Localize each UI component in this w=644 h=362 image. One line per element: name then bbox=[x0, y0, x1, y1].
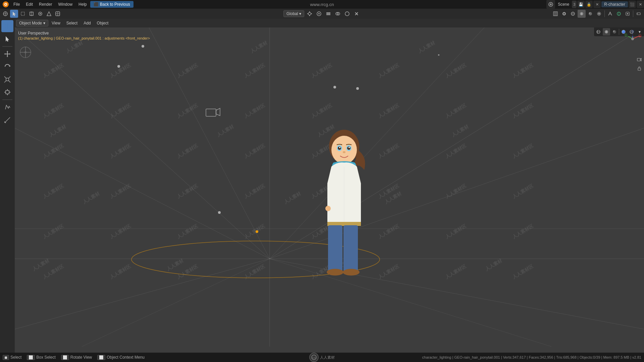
render-panel-1[interactable] bbox=[606, 10, 614, 18]
watermark-text: 人人素材区 bbox=[243, 62, 266, 79]
watermark-text: 人人素材区 bbox=[377, 103, 400, 120]
project-expand[interactable]: ⬛ bbox=[629, 1, 636, 8]
watermark-text: 人人素材区 bbox=[42, 143, 65, 160]
rrcg-logo-text: 人人素材 bbox=[320, 355, 335, 360]
proportional-edit[interactable] bbox=[315, 10, 323, 18]
lock-icon[interactable]: 🔒 bbox=[585, 1, 593, 8]
svg-line-79 bbox=[149, 27, 270, 259]
toolbar-icon-4[interactable] bbox=[36, 10, 44, 18]
tool-annotate[interactable] bbox=[1, 101, 13, 113]
toolbar-sep-2 bbox=[633, 10, 633, 17]
watermark-text: 人人素材 bbox=[82, 191, 101, 205]
tool-select-box[interactable] bbox=[1, 33, 13, 45]
blender-logo[interactable] bbox=[1, 0, 10, 9]
close-icon[interactable]: ✕ bbox=[593, 1, 601, 8]
svg-line-65 bbox=[4, 76, 6, 78]
menu-object[interactable]: Object bbox=[94, 20, 111, 26]
svg-point-13 bbox=[40, 13, 41, 14]
tool-measure[interactable] bbox=[1, 114, 13, 126]
shading-btn-shadow[interactable]: ▾ bbox=[636, 28, 643, 36]
render-mode-2[interactable] bbox=[560, 10, 568, 18]
svg-rect-128 bbox=[638, 68, 641, 70]
shading-btn-lk[interactable] bbox=[611, 28, 618, 36]
menu-edit[interactable]: Edit bbox=[23, 1, 36, 7]
watermark-text: 人人素材区 bbox=[243, 263, 266, 281]
render-panel-2[interactable] bbox=[615, 10, 623, 18]
menu-add[interactable]: Add bbox=[81, 20, 93, 26]
render-mode-3[interactable] bbox=[569, 10, 577, 18]
shading-btn-wire[interactable] bbox=[595, 28, 602, 36]
svg-line-103 bbox=[329, 183, 332, 217]
menu-file[interactable]: File bbox=[11, 1, 22, 7]
svg-point-108 bbox=[327, 269, 343, 276]
watermark-text: 人人素材区 bbox=[176, 62, 199, 79]
snap-icon[interactable] bbox=[306, 10, 314, 18]
scene-camera-object bbox=[204, 104, 221, 122]
status-rotate: ⬜ Rotate View bbox=[61, 355, 92, 360]
watermark-text: 人人素材区 bbox=[444, 143, 468, 160]
tool-transform[interactable] bbox=[1, 86, 13, 98]
menu-help[interactable]: Help bbox=[76, 1, 90, 7]
watermark-text: 人人素材区 bbox=[243, 223, 266, 240]
toolbar-icon-1[interactable] bbox=[1, 10, 9, 18]
global-dropdown[interactable]: Global ▾ bbox=[283, 10, 304, 17]
viewport-info: User Perspective (1) character_lighting … bbox=[18, 31, 150, 40]
svg-line-87 bbox=[270, 259, 551, 347]
status-ctx-label: Object Context Menu bbox=[107, 355, 145, 360]
project-name[interactable]: R-character bbox=[601, 1, 628, 7]
render-icon[interactable] bbox=[546, 0, 555, 9]
render-mode-solid[interactable] bbox=[578, 10, 586, 18]
tool-cursor[interactable] bbox=[1, 20, 13, 32]
render-mode-1[interactable] bbox=[551, 10, 559, 18]
menu-select[interactable]: Select bbox=[64, 20, 80, 26]
project-close[interactable]: ✕ bbox=[637, 1, 644, 8]
save-icon[interactable]: 💾 bbox=[577, 1, 585, 8]
svg-line-86 bbox=[82, 259, 270, 347]
shading-btn-solid[interactable] bbox=[603, 28, 610, 36]
svg-point-134 bbox=[613, 31, 614, 32]
watermark-text: 人人素材 bbox=[484, 258, 503, 273]
toolbar-cursor[interactable] bbox=[10, 10, 18, 18]
svg-marker-56 bbox=[6, 36, 9, 42]
toolbar-xray[interactable] bbox=[334, 10, 342, 18]
toolbar-icon-5[interactable] bbox=[45, 10, 53, 18]
menu-window[interactable]: Window bbox=[55, 1, 75, 7]
toolbar-overlay[interactable] bbox=[324, 10, 332, 18]
toolbar-box-select[interactable] bbox=[19, 10, 27, 18]
back-to-previous-button[interactable]: ⬛ Back to Previous bbox=[90, 1, 133, 8]
status-rotate-label: Rotate View bbox=[70, 355, 92, 360]
tool-scale[interactable] bbox=[1, 73, 13, 85]
toolbar-shading[interactable] bbox=[343, 10, 351, 18]
menu-view[interactable]: View bbox=[49, 20, 63, 26]
render-panel-3[interactable] bbox=[624, 10, 632, 18]
render-mode-rendered[interactable] bbox=[595, 10, 603, 18]
svg-point-39 bbox=[571, 12, 575, 15]
object-mode-dropdown[interactable]: Object Mode ▾ bbox=[16, 20, 48, 26]
toolbar-icon-3[interactable] bbox=[28, 10, 36, 18]
tool-move[interactable] bbox=[1, 48, 13, 60]
svg-rect-102 bbox=[341, 163, 347, 168]
render-mode-material[interactable] bbox=[586, 10, 594, 18]
svg-point-50 bbox=[627, 13, 628, 14]
watermark-text: 人人素材区 bbox=[243, 183, 266, 200]
toolbar-icon-6[interactable] bbox=[54, 10, 62, 18]
watermark-url: www.rrcg.cn bbox=[310, 2, 334, 7]
menu-render[interactable]: Render bbox=[36, 1, 55, 7]
svg-point-30 bbox=[345, 12, 349, 16]
viewport-gizmo-icon[interactable] bbox=[19, 46, 32, 59]
handle-far-right bbox=[356, 87, 359, 90]
back-btn-label: Back to Previous bbox=[100, 2, 130, 7]
vp-icon-lock[interactable] bbox=[635, 64, 643, 72]
shading-btn-color[interactable] bbox=[620, 28, 627, 36]
main-viewport[interactable]: 人人素材区人人素材区人人素材区人人素材区人人素材区人人素材区人人素材区人人素材区… bbox=[15, 27, 644, 353]
rrcg-center-logo: 人人 人人素材 bbox=[309, 353, 335, 362]
watermark-text: 人人素材区 bbox=[42, 62, 65, 79]
vp-icon-camera[interactable] bbox=[635, 56, 643, 64]
panel-toggle[interactable] bbox=[635, 10, 643, 18]
svg-rect-91 bbox=[206, 109, 216, 116]
shading-btn-env[interactable] bbox=[628, 28, 635, 36]
watermark-text: 人人素材区 bbox=[42, 103, 65, 120]
svg-point-133 bbox=[613, 30, 616, 34]
toolbar-viewport-shading[interactable] bbox=[353, 10, 361, 18]
tool-rotate[interactable] bbox=[1, 61, 13, 73]
